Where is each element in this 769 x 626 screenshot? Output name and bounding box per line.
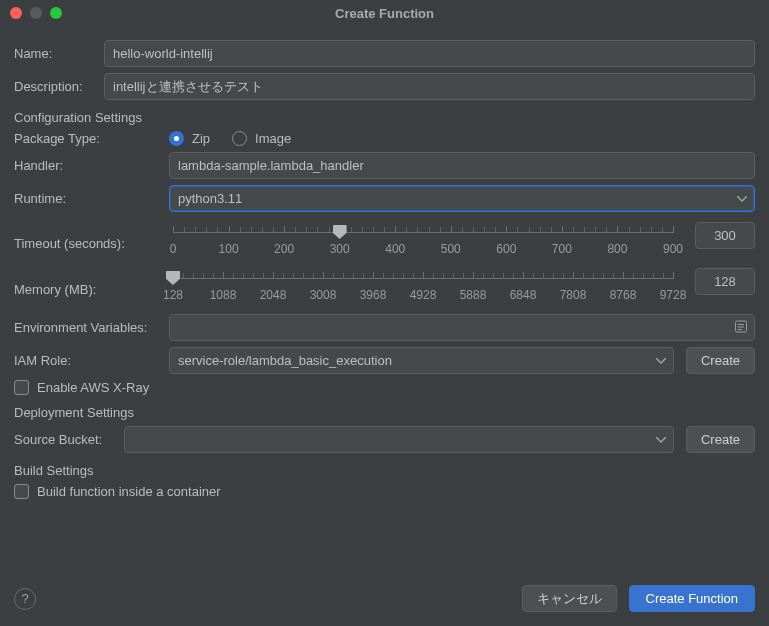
- handler-input[interactable]: [169, 152, 755, 179]
- radio-label: Image: [255, 131, 291, 146]
- xray-label: Enable AWS X-Ray: [37, 380, 149, 395]
- iamrole-select[interactable]: service-role/lambda_basic_execution: [169, 347, 674, 374]
- xray-checkbox[interactable]: Enable AWS X-Ray: [14, 380, 149, 395]
- create-function-button[interactable]: Create Function: [629, 585, 756, 612]
- source-bucket-create-button[interactable]: Create: [686, 426, 755, 453]
- build-in-container-label: Build function inside a container: [37, 484, 221, 499]
- window-title: Create Function: [335, 6, 434, 21]
- footer: ? キャンセル Create Function: [0, 575, 769, 626]
- envvars-input[interactable]: [169, 314, 755, 341]
- tick-label: 100: [219, 242, 239, 256]
- source-bucket-label: Source Bucket:: [14, 432, 124, 447]
- name-label: Name:: [14, 46, 104, 61]
- iamrole-create-button[interactable]: Create: [686, 347, 755, 374]
- tick-label: 2048: [260, 288, 287, 302]
- tick-label: 7808: [560, 288, 587, 302]
- tick-label: 3008: [310, 288, 337, 302]
- timeout-value-input[interactable]: [695, 222, 755, 249]
- source-bucket-select[interactable]: [124, 426, 674, 453]
- tick-label: 128: [163, 288, 183, 302]
- radio-label: Zip: [192, 131, 210, 146]
- checkbox-icon: [14, 484, 29, 499]
- timeout-slider[interactable]: 0100200300400500600700800900: [169, 222, 677, 258]
- build-section-title: Build Settings: [14, 463, 755, 478]
- memory-label: Memory (MB):: [14, 268, 169, 297]
- deployment-section-title: Deployment Settings: [14, 405, 755, 420]
- package-type-image-radio[interactable]: Image: [232, 131, 291, 146]
- zoom-icon[interactable]: [50, 7, 62, 19]
- tick-label: 800: [607, 242, 627, 256]
- tick-label: 9728: [660, 288, 687, 302]
- checkbox-icon: [14, 380, 29, 395]
- tick-label: 600: [496, 242, 516, 256]
- runtime-label: Runtime:: [14, 191, 169, 206]
- package-type-label: Package Type:: [14, 131, 169, 146]
- titlebar: Create Function: [0, 0, 769, 28]
- tick-label: 6848: [510, 288, 537, 302]
- tick-label: 5888: [460, 288, 487, 302]
- package-type-radiogroup: Zip Image: [169, 131, 291, 146]
- tick-label: 400: [385, 242, 405, 256]
- tick-label: 200: [274, 242, 294, 256]
- tick-label: 300: [330, 242, 350, 256]
- description-input[interactable]: [104, 73, 755, 100]
- memory-value-input[interactable]: [695, 268, 755, 295]
- config-section-title: Configuration Settings: [14, 110, 755, 125]
- radio-selected-icon: [169, 131, 184, 146]
- tick-label: 1088: [210, 288, 237, 302]
- envvars-label: Environment Variables:: [14, 320, 169, 335]
- build-in-container-checkbox[interactable]: Build function inside a container: [14, 484, 221, 499]
- description-label: Description:: [14, 79, 104, 94]
- timeout-label: Timeout (seconds):: [14, 222, 169, 251]
- iamrole-label: IAM Role:: [14, 353, 169, 368]
- tick-label: 500: [441, 242, 461, 256]
- runtime-select[interactable]: python3.11: [169, 185, 755, 212]
- tick-label: 8768: [610, 288, 637, 302]
- radio-unselected-icon: [232, 131, 247, 146]
- cancel-button[interactable]: キャンセル: [522, 585, 617, 612]
- tick-label: 700: [552, 242, 572, 256]
- package-type-zip-radio[interactable]: Zip: [169, 131, 210, 146]
- close-icon[interactable]: [10, 7, 22, 19]
- window-traffic-lights: [10, 7, 62, 19]
- tick-label: 0: [170, 242, 177, 256]
- tick-label: 3968: [360, 288, 387, 302]
- tick-label: 900: [663, 242, 683, 256]
- expand-editor-icon[interactable]: [734, 319, 748, 336]
- minimize-icon[interactable]: [30, 7, 42, 19]
- tick-label: 4928: [410, 288, 437, 302]
- handler-label: Handler:: [14, 158, 169, 173]
- help-button[interactable]: ?: [14, 588, 36, 610]
- name-input[interactable]: [104, 40, 755, 67]
- memory-slider[interactable]: 1281088204830083968492858886848780887689…: [169, 268, 677, 304]
